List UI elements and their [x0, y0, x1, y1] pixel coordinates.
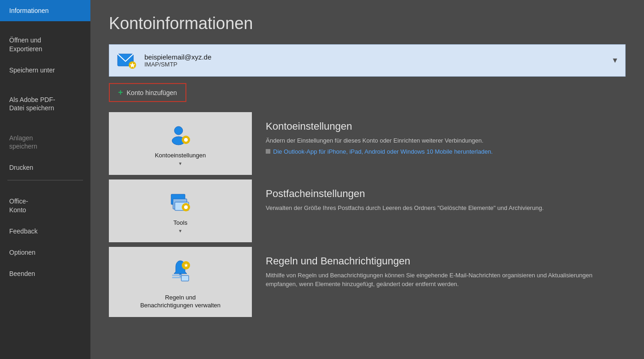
svg-text:★: ★	[184, 262, 189, 269]
account-email: beispielemail@xyz.de	[144, 53, 607, 61]
svg-rect-10	[188, 139, 190, 141]
card-row-regeln: ★ Regeln und Benachrichtigungen verwalte…	[109, 247, 626, 317]
dropdown-arrow-icon: ▼	[611, 56, 619, 65]
account-dropdown[interactable]: beispielemail@xyz.de IMAP/SMTP ▼	[109, 44, 626, 77]
kontoeinstellungen-description: Kontoeinstellungen Ändern der Einstellun…	[252, 112, 626, 175]
sidebar-item-feedback[interactable]: Feedback	[0, 221, 90, 242]
kontoeinstellungen-text: Ändern der Einstellungen für dieses Kont…	[266, 136, 614, 145]
tools-dropdown-indicator: ▾	[179, 228, 182, 233]
card-row-tools: Tools ▾ Postfacheinstellungen Verwalten …	[109, 180, 626, 242]
kontoeinstellungen-button[interactable]: Kontoeinstellungen ▾	[109, 112, 252, 175]
tools-button[interactable]: Tools ▾	[109, 180, 252, 242]
sidebar-item-oeffnen-exportieren[interactable]: Öffnen und Exportieren	[0, 21, 90, 60]
kontoeinstellungen-title: Kontoeinstellungen	[266, 120, 614, 132]
regeln-title: Regeln und Benachrichtigungen	[266, 255, 614, 267]
page-title: Kontoinformationen	[109, 14, 626, 33]
tools-description: Postfacheinstellungen Verwalten der Größ…	[252, 180, 626, 242]
regeln-text: Mithilfe von Regeln und Benachrichtigung…	[266, 271, 614, 289]
svg-point-6	[184, 138, 188, 142]
dropdown-indicator: ▾	[179, 161, 182, 166]
plus-icon: +	[118, 88, 123, 97]
outlook-app-link[interactable]: Die Outlook-App für iPhone, iPad, Androi…	[266, 148, 614, 155]
tools-label: Tools ▾	[173, 219, 187, 235]
tools-icon	[167, 190, 193, 215]
kontoeinstellungen-label: Kontoeinstellungen ▾	[155, 152, 206, 168]
cards-container: Kontoeinstellungen ▾ Kontoeinstellungen …	[109, 112, 626, 317]
sidebar-item-office-konto[interactable]: Office- Konto	[0, 182, 90, 221]
sidebar-item-anlagen-speichern: Anlagen speichern	[0, 119, 90, 157]
kontoeinstellungen-icon	[167, 122, 193, 148]
sidebar-item-als-adobe-pdf[interactable]: Als Adobe PDF- Datei speichern	[0, 81, 90, 119]
regeln-label: Regeln und Benachrichtigungen verwalten	[140, 287, 221, 310]
postfach-title: Postfacheinstellungen	[266, 188, 614, 200]
add-account-button[interactable]: + Konto hinzufügen	[109, 83, 186, 102]
main-content: Kontoinformationen beispielemail@xyz.de …	[90, 0, 644, 359]
account-type: IMAP/SMTP	[144, 61, 607, 68]
svg-rect-8	[185, 142, 187, 144]
sidebar-item-informationen[interactable]: Informationen	[0, 0, 90, 21]
svg-rect-21	[172, 275, 182, 276]
add-account-label: Konto hinzufügen	[127, 89, 177, 96]
sidebar-item-drucken[interactable]: Drucken	[0, 157, 90, 178]
svg-point-3	[174, 126, 183, 135]
regeln-button[interactable]: ★ Regeln und Benachrichtigungen verwalte…	[109, 247, 252, 317]
link-icon	[266, 149, 270, 154]
account-info: beispielemail@xyz.de IMAP/SMTP	[144, 53, 607, 68]
regeln-description: Regeln und Benachrichtigungen Mithilfe v…	[252, 247, 626, 317]
regeln-icon: ★	[167, 257, 193, 283]
svg-rect-9	[182, 139, 184, 141]
sidebar-divider	[7, 180, 83, 180]
svg-point-19	[184, 205, 188, 209]
sidebar-item-beenden[interactable]: Beenden	[0, 263, 90, 284]
postfach-text: Verwalten der Größe Ihres Postfachs durc…	[266, 203, 614, 213]
svg-rect-23	[181, 275, 189, 281]
svg-rect-7	[185, 136, 187, 138]
sidebar-item-optionen[interactable]: Optionen	[0, 242, 90, 263]
card-row-kontoeinstellungen: Kontoeinstellungen ▾ Kontoeinstellungen …	[109, 112, 626, 175]
sidebar: Informationen Öffnen und Exportieren Spe…	[0, 0, 90, 359]
account-icon	[116, 49, 138, 72]
svg-rect-22	[172, 277, 182, 278]
sidebar-item-speichern-unter[interactable]: Speichern unter	[0, 60, 90, 81]
